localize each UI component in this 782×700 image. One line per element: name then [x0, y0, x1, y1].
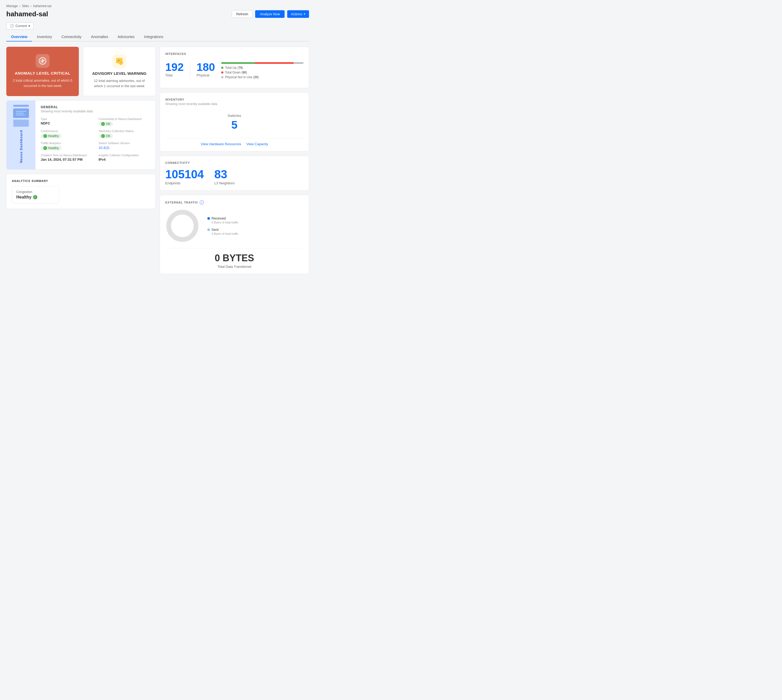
creation-value: Jan 14, 2024, 07:31:57 PM: [41, 158, 92, 162]
endpoints-count: 105104: [165, 168, 204, 180]
anomaly-title: ANOMALY LEVEL CRITICAL: [13, 71, 72, 75]
interfaces-card: INTERFACES 192 Total 180 Physical: [160, 47, 309, 88]
interfaces-legend: Total Up (79) Total Down (90) Physical N…: [221, 66, 304, 79]
external-traffic-card: EXTERNAL TRAFFIC i Received: [160, 195, 309, 274]
pb-up: [221, 62, 255, 64]
physical-interfaces: 180 Physical: [197, 62, 215, 77]
sent-item: Sent 0 Bytes of total traffic: [207, 228, 239, 235]
l3-count: 83: [214, 168, 235, 180]
field-conformance: Conformance Healthy: [41, 130, 92, 138]
pb-unused: [294, 62, 304, 64]
anomaly-description: 2 total critical anomalies, out of which…: [13, 78, 72, 88]
endpoints-label: Endpoints: [165, 181, 204, 185]
general-subtitle: Showing most recently available data: [41, 110, 150, 113]
inventory-subtitle: Showing most recently available data: [165, 102, 304, 106]
physical-interfaces-num: 180: [197, 62, 215, 73]
breadcrumb-manage[interactable]: Manage: [6, 4, 18, 8]
current-time-selector[interactable]: 🕐 Current ▾: [6, 22, 33, 29]
actions-button[interactable]: Actions: [287, 10, 309, 18]
general-content: GENERAL Showing most recently available …: [35, 100, 155, 169]
clock-icon: 🕐: [10, 24, 14, 28]
field-traffic-analytics: Traffic Analytics Healthy: [41, 142, 92, 150]
inventory-links: View Hardware Resources View Capacity: [165, 138, 304, 146]
external-traffic-header: EXTERNAL TRAFFIC i: [165, 200, 304, 205]
general-card: Nexus Dashboard GENERAL Showing most rec…: [6, 100, 155, 170]
tabs-nav: Overview Inventory Connectivity Anomalie…: [6, 33, 309, 42]
telemetry-badge: OK: [99, 133, 113, 138]
donut-chart: [165, 209, 199, 243]
advisory-icon: !: [112, 54, 126, 68]
tab-advisories[interactable]: Advisories: [113, 33, 140, 42]
field-switch-sw: Switch Software Version 10.4(2): [99, 142, 150, 150]
page-title: hahamed-sal: [6, 10, 48, 18]
breadcrumb-current: hahamed-sal: [33, 4, 51, 8]
interfaces-progress-bar: [221, 62, 304, 64]
switches-block: Switches 5: [165, 111, 304, 134]
field-creation-time: Creation Time on Nexus Dashboard Jan 14,…: [41, 153, 92, 162]
congestion-healthy-icon: ✓: [33, 195, 37, 199]
inventory-section-label: INVENTORY: [165, 98, 304, 101]
inventory-card: INVENTORY Showing most recently availabl…: [160, 92, 309, 152]
interfaces-legend-area: Total Up (79) Total Down (90) Physical N…: [221, 62, 304, 79]
refresh-button[interactable]: Refresh: [232, 10, 253, 18]
interfaces-header: INTERFACES: [165, 52, 304, 55]
sent-sub: 0 Bytes of total traffic: [212, 232, 239, 235]
view-capacity-link[interactable]: View Capacity: [246, 142, 268, 146]
header-actions: Refresh Analyze Now Actions: [232, 10, 309, 18]
traffic-total: 0 BYTES Total Data Transferred: [165, 248, 304, 268]
received-label: Received: [207, 217, 239, 220]
tab-connectivity[interactable]: Connectivity: [57, 33, 86, 42]
connectivity-badge: OK: [99, 122, 113, 126]
connectivity-section-label: CONNECTIVITY: [165, 161, 304, 164]
breadcrumb-sep2: ›: [30, 4, 32, 8]
analytics-summary-card: ANALYTICS SUMMARY Congestion Healthy ✓: [6, 174, 155, 209]
traffic-legend: Received 0 Bytes of total traffic Sent 0…: [207, 217, 239, 235]
switches-label: Switches: [165, 114, 304, 118]
content-grid: ANOMALY LEVEL CRITICAL 2 total critical …: [6, 47, 309, 274]
legend-up: Total Up (79): [221, 66, 304, 70]
dot-green: [221, 67, 223, 69]
analyze-now-button[interactable]: Analyze Now: [255, 10, 284, 18]
congestion-box: Congestion Healthy ✓: [12, 186, 59, 203]
svg-text:!: !: [120, 62, 121, 64]
field-type: Type NDFC: [41, 117, 92, 126]
switches-count: 5: [165, 119, 304, 131]
received-dot: [207, 217, 210, 220]
left-column: ANOMALY LEVEL CRITICAL 2 total critical …: [6, 47, 155, 274]
total-label: Total Data Transferred: [165, 265, 304, 268]
svg-point-4: [169, 212, 196, 240]
view-hardware-link[interactable]: View Hardware Resources: [201, 142, 241, 146]
nexus-sidebar: Nexus Dashboard: [7, 100, 35, 169]
tab-inventory[interactable]: Inventory: [32, 33, 57, 42]
header-row: hahamed-sal Refresh Analyze Now Actions: [6, 10, 309, 18]
field-telemetry: Telemetry Collection Status OK: [99, 130, 150, 138]
l3-neighbors-block: 83 L3 Neighbors: [214, 168, 235, 185]
ext-traffic-label: EXTERNAL TRAFFIC: [165, 201, 198, 204]
l3-label: L3 Neighbors: [214, 181, 235, 185]
right-column: INTERFACES 192 Total 180 Physical: [160, 47, 309, 274]
tab-integrations[interactable]: Integrations: [139, 33, 168, 42]
traffic-badge: Healthy: [41, 146, 62, 150]
dot-gray: [221, 76, 223, 78]
insights-value: IPv4: [99, 158, 150, 162]
total-interfaces: 192 Total: [165, 62, 184, 77]
type-value: NDFC: [41, 121, 92, 125]
tab-overview[interactable]: Overview: [6, 33, 32, 42]
dot-red: [221, 72, 223, 73]
info-icon[interactable]: i: [200, 200, 204, 205]
received-sub: 0 Bytes of total traffic: [212, 221, 239, 224]
legend-down: Total Down (90): [221, 71, 304, 74]
tab-anomalies[interactable]: Anomalies: [86, 33, 113, 42]
conformance-badge: Healthy: [41, 133, 62, 138]
connectivity-numbers: 105104 Endpoints 83 L3 Neighbors: [165, 168, 304, 185]
congestion-value: Healthy ✓: [16, 195, 55, 200]
anomaly-card: ANOMALY LEVEL CRITICAL 2 total critical …: [6, 47, 79, 96]
sent-dot: [207, 228, 210, 231]
advisory-description: 12 total warning advisories, out of whic…: [90, 78, 149, 88]
advisory-title: ADVISORY LEVEL WARNING: [90, 71, 149, 76]
breadcrumb-sites[interactable]: Sites: [22, 4, 29, 8]
general-grid: Type NDFC Connectivity to Nexus Dashboar…: [41, 117, 150, 162]
physical-interfaces-label: Physical: [197, 73, 209, 77]
connectivity-card: CONNECTIVITY 105104 Endpoints 83 L3 Neig…: [160, 156, 309, 191]
switch-sw-link[interactable]: 10.4(2): [99, 146, 109, 150]
